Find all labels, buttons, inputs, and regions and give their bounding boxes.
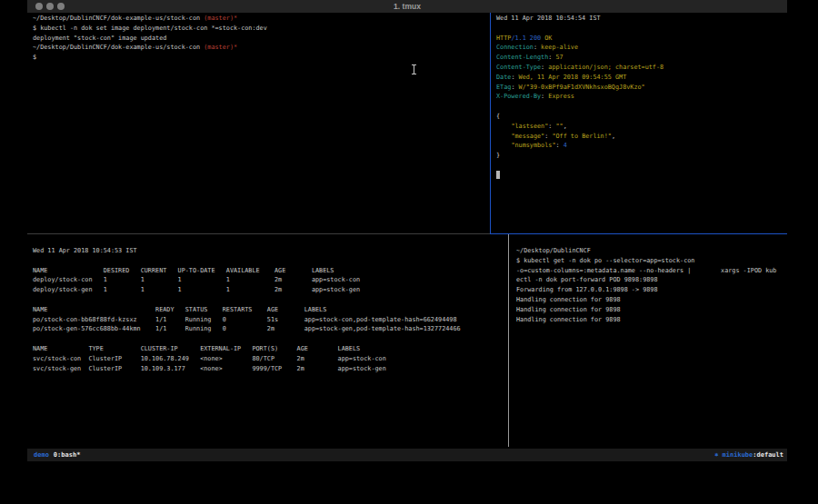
terminal-line: Content-Length: 57	[496, 53, 793, 63]
terminal-line	[496, 24, 793, 34]
pane-divider-bottom-vertical[interactable]	[508, 234, 509, 447]
terminal-line: }	[496, 151, 793, 161]
terminal-line: deploy/stock-con 1 1 1 1 2m app=stock-co…	[33, 275, 514, 285]
terminal-line: Forwarding from 127.0.0.1:9898 -> 9898	[516, 285, 794, 295]
pane-top-left-shell[interactable]: ~/Desktop/DublinCNCF/dok-example-us/stoc…	[27, 13, 495, 234]
pane-bottom-left-kubectl-resources[interactable]: Wed 11 Apr 2018 10:54:53 IST NAME DESIRE…	[27, 234, 514, 457]
terminal-line	[496, 102, 793, 112]
terminal-line: Date: Wed, 11 Apr 2018 09:54:55 GMT	[496, 73, 793, 83]
terminal-line: $ kubectl -n dok set image deployment/st…	[33, 24, 495, 34]
window-tab[interactable]: 0:bash*	[54, 451, 81, 459]
terminal-line: ectl -n dok port-forward POD 9898:9898	[516, 275, 794, 285]
terminal-line: Handling connection for 9898	[516, 295, 794, 305]
terminal-line: Connection: keep-alive	[496, 43, 793, 53]
terminal-line: deployment "stock-con" image updated	[33, 34, 495, 44]
terminal-line: {	[496, 112, 793, 122]
terminal-line: X-Powered-By: Express	[496, 92, 793, 102]
pane-bottom-right-port-forward[interactable]: ~/Desktop/DublinCNCF$ kubectl get -n dok…	[509, 234, 794, 457]
terminal-line: po/stock-con-bb68f88fd-kzsxz 1/1 Running…	[33, 315, 514, 325]
terminal-line: ETag: W/"39-0xBPf9aF1dXVNkhsxoBQgJ8vKzo"	[496, 83, 793, 93]
terminal-line: -o=custom-columns=:metadata.name --no-he…	[516, 266, 794, 276]
terminal-line: $ kubectl get -n dok po --selector=app=s…	[516, 256, 794, 266]
terminal-line: po/stock-gen-576cc688bb-44kmn 1/1 Runnin…	[33, 324, 514, 334]
terminal-line: $	[33, 53, 495, 63]
terminal-line: HTTP/1.1 200 OK	[496, 34, 793, 44]
terminal-line	[496, 161, 793, 171]
window-title: 1. tmux	[27, 0, 787, 13]
session-name: demo	[34, 451, 49, 459]
terminal-line: NAME READY STATUS RESTARTS AGE LABELS	[33, 305, 514, 315]
pane-divider-horizontal-left[interactable]	[27, 233, 490, 234]
terminal-line: "lastseen": "",	[496, 122, 793, 132]
terminal-line	[33, 295, 514, 305]
terminal-cursor	[496, 171, 500, 179]
terminal-line: NAME TYPE CLUSTER-IP EXTERNAL-IP PORT(S)…	[33, 344, 514, 354]
terminal-line: "message": "Off to Berlin!",	[496, 132, 793, 142]
title-bar[interactable]: 1. tmux	[27, 0, 787, 13]
terminal-line: ~/Desktop/DublinCNCF/dok-example-us/stoc…	[33, 43, 495, 53]
kube-namespace: :default	[753, 451, 783, 459]
pane-divider-top-vertical[interactable]	[490, 13, 491, 233]
terminal-line: Handling connection for 9898	[516, 305, 794, 315]
terminal-line: svc/stock-gen ClusterIP 10.109.3.177 <no…	[33, 364, 514, 374]
terminal-line: Content-Type: application/json; charset=…	[496, 63, 793, 73]
terminal-window: 1. tmux ~/Desktop/DublinCNCF/dok-example…	[27, 0, 787, 461]
status-right: ⎈ minikube:default	[714, 449, 783, 461]
terminal-line: "numsymbols": 4	[496, 141, 793, 151]
terminal-line: Handling connection for 9898	[516, 315, 794, 325]
desktop-background: 1. tmux ~/Desktop/DublinCNCF/dok-example…	[0, 0, 818, 504]
terminal-line: ~/Desktop/DublinCNCF	[516, 246, 794, 256]
terminal-line: NAME DESIRED CURRENT UP-TO-DATE AVAILABL…	[33, 266, 514, 276]
terminal-line	[33, 334, 514, 344]
terminal-line: deploy/stock-gen 1 1 1 1 2m app=stock-ge…	[33, 285, 514, 295]
terminal-line: ~/Desktop/DublinCNCF/dok-example-us/stoc…	[33, 14, 495, 24]
kube-context: minikube	[723, 451, 753, 459]
kubernetes-helm-icon: ⎈	[714, 451, 722, 459]
terminal-line: svc/stock-con ClusterIP 10.106.78.249 <n…	[33, 354, 514, 364]
terminal-line: Wed 11 Apr 2018 10:54:53 IST	[33, 246, 514, 256]
tmux-status-bar: demo0:bash* ⎈ minikube:default	[27, 449, 787, 461]
terminal-line	[496, 171, 793, 181]
pane-top-right-http-response[interactable]: Wed 11 Apr 2018 10:54:54 IST HTTP/1.1 20…	[491, 13, 793, 234]
terminal-line: Wed 11 Apr 2018 10:54:54 IST	[496, 14, 793, 24]
pane-divider-horizontal-right-active[interactable]	[490, 233, 787, 234]
mouse-ibeam-cursor	[412, 64, 416, 74]
terminal-line	[33, 256, 514, 266]
